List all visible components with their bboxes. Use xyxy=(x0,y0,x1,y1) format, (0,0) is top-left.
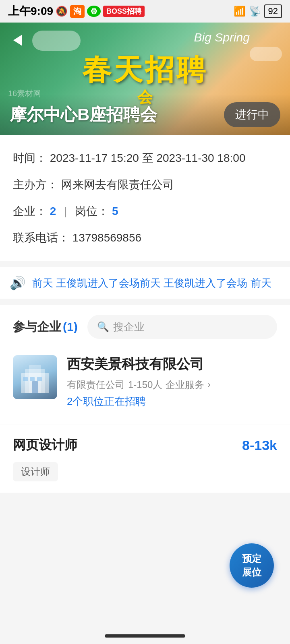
company-section-header: 参与企业 (1) 🔍 搜企业 xyxy=(0,305,290,345)
company-industry: 企业服务 xyxy=(166,378,204,391)
svg-rect-6 xyxy=(37,377,42,381)
wifi-icon: 📡 xyxy=(249,6,261,17)
company-type: 有限责任公司 xyxy=(67,378,125,391)
time-row: 时间： 2023-11-17 15:20 至 2023-11-30 18:00 xyxy=(13,150,277,167)
cloud-right-decoration xyxy=(250,47,282,61)
enterprise-count: 2 xyxy=(50,205,56,217)
search-icon: 🔍 xyxy=(97,321,109,332)
company-name: 西安美景科技有限公司 xyxy=(67,355,277,374)
status-right: 📶 📡 92 xyxy=(234,4,282,18)
status-left: 上午9:09 🔕 淘 ⚙ BOSS招聘 xyxy=(8,4,145,19)
battery-icon: 92 xyxy=(264,4,282,18)
company-logo-image xyxy=(13,355,57,399)
home-indicator xyxy=(105,634,185,638)
organizer-row: 主办方： 网来网去有限责任公司 xyxy=(13,176,277,193)
building-svg xyxy=(17,361,53,393)
banner-main-text: 春天招聘 xyxy=(82,51,208,89)
time-value: 2023-11-17 15:20 至 2023-11-30 18:00 xyxy=(50,152,246,164)
company-info: 西安美景科技有限公司 有限责任公司 1-150人 企业服务 › 2个职位正在招聘 xyxy=(13,355,277,409)
hero-title-bar: 摩尔中心B座招聘会 进行中 xyxy=(0,94,290,135)
position-count: 5 xyxy=(112,205,118,217)
company-logo xyxy=(13,355,57,399)
phone-label: 联系电话： xyxy=(13,231,69,244)
phone-row: 联系电话： 13798569856 xyxy=(13,229,277,246)
phone-value: 13798569856 xyxy=(72,231,141,244)
section-title-group: 参与企业 (1) xyxy=(13,319,78,335)
page-title: 摩尔中心B座招聘会 xyxy=(10,103,157,126)
position-label: 岗位： xyxy=(75,205,109,217)
cloud-left-decoration xyxy=(32,31,81,51)
time-label: 时间： xyxy=(13,152,47,164)
enterprise-label: 企业： xyxy=(13,205,47,217)
enterprise-row: 企业： 2 | 岗位： 5 xyxy=(13,203,277,220)
organizer-value: 网来网去有限责任公司 xyxy=(61,178,174,191)
company-size: 1-150人 xyxy=(128,378,162,391)
fab-line2: 展位 xyxy=(242,566,261,579)
company-meta: 有限责任公司 1-150人 企业服务 › xyxy=(67,378,277,391)
back-button[interactable] xyxy=(6,29,29,52)
fab-line1: 预定 xyxy=(242,552,261,566)
speaker-icon: 🔊 xyxy=(10,275,26,291)
organizer-label: 主办方： xyxy=(13,178,58,191)
hero-banner: Big Spring 春天招聘 会 16素材网 摩尔中心B座招聘会 进行中 xyxy=(0,23,290,135)
event-status-badge: 进行中 xyxy=(224,102,280,127)
job-title: 网页设计师 xyxy=(13,436,77,454)
job-tags-row: 设计师 xyxy=(13,462,277,481)
announcement-text: 前天 王俊凯进入了会场前天 王俊凯进入了会场 前天 xyxy=(32,276,271,290)
status-time: 上午9:09 xyxy=(8,4,53,19)
job-tag: 设计师 xyxy=(13,462,58,481)
info-card: 时间： 2023-11-17 15:20 至 2023-11-30 18:00 … xyxy=(0,135,290,261)
search-placeholder: 搜企业 xyxy=(113,320,145,334)
status-alarm-icon: 🔕 xyxy=(56,6,68,17)
company-details: 西安美景科技有限公司 有限责任公司 1-150人 企业服务 › 2个职位正在招聘 xyxy=(67,355,277,409)
green-icon: ⚙ xyxy=(87,6,101,17)
job-card[interactable]: 网页设计师 8-13k 设计师 xyxy=(0,425,290,493)
separator: | xyxy=(64,205,67,217)
company-count: (1) xyxy=(63,320,78,334)
company-card[interactable]: 西安美景科技有限公司 有限责任公司 1-150人 企业服务 › 2个职位正在招聘 xyxy=(0,345,290,425)
status-bar: 上午9:09 🔕 淘 ⚙ BOSS招聘 📶 📡 92 xyxy=(0,0,290,23)
chevron-right-icon: › xyxy=(207,380,210,390)
section-title: 参与企业 xyxy=(13,319,61,335)
company-search-box[interactable]: 🔍 搜企业 xyxy=(87,315,277,339)
svg-rect-3 xyxy=(32,381,38,393)
recruiting-count: 2个职位正在招聘 xyxy=(67,394,277,409)
back-arrow-icon xyxy=(13,35,22,46)
taobao-icon: 淘 xyxy=(70,5,85,18)
signal-icon: 📶 xyxy=(234,6,246,17)
reserve-booth-button[interactable]: 预定 展位 xyxy=(230,543,274,588)
boss-icon: BOSS招聘 xyxy=(103,6,145,17)
announcement-bar: 🔊 前天 王俊凯进入了会场前天 王俊凯进入了会场 前天 xyxy=(0,267,290,299)
svg-rect-5 xyxy=(30,377,35,381)
job-title-row: 网页设计师 8-13k xyxy=(13,436,277,454)
spring-label: Big Spring xyxy=(194,31,250,44)
svg-rect-4 xyxy=(23,377,28,381)
job-salary: 8-13k xyxy=(242,438,277,453)
